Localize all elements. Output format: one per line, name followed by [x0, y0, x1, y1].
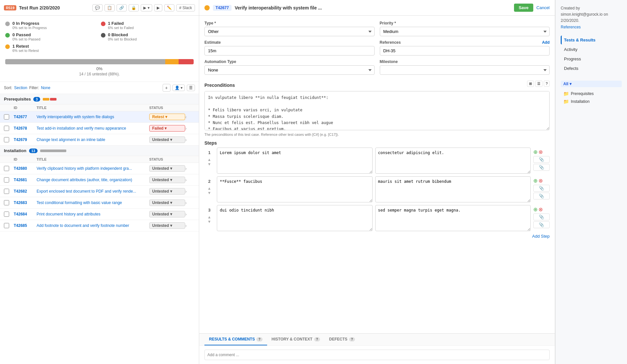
sort-value[interactable]: Section — [14, 86, 27, 90]
step-down-icon[interactable]: ▼ — [207, 220, 211, 224]
milestone-select[interactable] — [380, 65, 550, 75]
delete-step-icon[interactable]: ⊗ — [539, 178, 543, 184]
attach-icon-2[interactable]: 📎 — [533, 193, 550, 199]
nav-defects[interactable]: Defects — [561, 64, 622, 73]
test-row[interactable]: T42679 Change text alignment in an inlin… — [0, 134, 199, 146]
edit-icon-btn[interactable]: ✏️ — [164, 4, 174, 11]
add-step-icon[interactable]: ⊕ — [533, 206, 538, 213]
chevron-right-icon[interactable]: › — [185, 200, 195, 205]
attach-icon[interactable]: 📎 — [533, 185, 550, 192]
type-select[interactable]: Other — [204, 27, 375, 36]
chevron-right-icon[interactable]: › — [185, 189, 195, 194]
chevron-right-icon[interactable]: › — [185, 126, 195, 131]
test-checkbox[interactable] — [4, 166, 9, 171]
references-link[interactable]: References — [561, 25, 581, 29]
delete-step-icon[interactable]: ⊗ — [539, 206, 543, 213]
test-row[interactable]: T42682 Export enclosed test document to … — [0, 186, 199, 197]
step-down-icon[interactable]: ▼ — [207, 191, 211, 195]
step-expected-input[interactable]: consectetur adipiscing elit. — [375, 148, 531, 174]
tab-history-context[interactable]: HISTORY & CONTEXT ? — [267, 334, 325, 345]
step-action-input[interactable]: **Fusce** faucibus — [217, 176, 373, 202]
test-row[interactable]: T42678 Test add-in installation and veri… — [0, 123, 199, 134]
nav-activity[interactable]: Activity — [561, 45, 622, 54]
tab-results-comments[interactable]: RESULTS & COMMENTS ? — [204, 334, 267, 345]
step-up-icon[interactable]: ▲ — [207, 186, 211, 190]
filter-value[interactable]: None — [41, 86, 50, 90]
add-test-button[interactable]: + — [163, 84, 170, 92]
chevron-right-icon[interactable]: › — [185, 223, 195, 228]
prec-list-btn[interactable]: ☰ — [535, 81, 542, 87]
status-badge[interactable]: Retest ▾ — [149, 114, 185, 120]
comment-icon-btn[interactable]: 💬 — [92, 4, 103, 11]
status-badge[interactable]: Untested ▾ — [149, 188, 185, 195]
attach-icon[interactable]: 📎 — [533, 156, 550, 163]
step-down-icon[interactable]: ▼ — [207, 162, 211, 166]
add-step-link[interactable]: Add Step — [204, 234, 550, 239]
add-reference-link[interactable]: Add — [542, 40, 550, 45]
nav-progress[interactable]: Progress — [561, 55, 622, 63]
test-row[interactable]: T42684 Print document history and attrib… — [0, 209, 199, 220]
priority-select[interactable]: Medium — [380, 27, 550, 36]
status-badge[interactable]: Untested ▾ — [149, 165, 185, 172]
chevron-right-icon[interactable]: › — [185, 177, 195, 182]
test-checkbox[interactable] — [4, 223, 9, 228]
estimate-input[interactable] — [204, 46, 375, 55]
chevron-left-icon[interactable]: ‹ — [185, 114, 195, 119]
test-checkbox[interactable] — [4, 200, 9, 205]
test-checkbox[interactable] — [4, 189, 9, 194]
copy-icon-btn[interactable]: 📋 — [104, 4, 115, 11]
status-badge[interactable]: Untested ▾ — [149, 136, 185, 143]
step-up-icon[interactable]: ▲ — [207, 158, 211, 162]
comment-input[interactable] — [204, 350, 550, 360]
references-input[interactable] — [380, 46, 550, 55]
all-filter[interactable]: All ▾ — [561, 81, 622, 87]
test-row[interactable]: T42680 Verify clipboard history with pla… — [0, 163, 199, 174]
attach-icon[interactable]: 📎 — [533, 214, 550, 220]
attach-icon-2[interactable]: 📎 — [533, 221, 550, 228]
attach-icon-2[interactable]: 📎 — [533, 164, 550, 171]
automation-select[interactable]: None — [204, 65, 375, 75]
step-expected-input[interactable]: mauris sit amet rutrum bibendum — [375, 176, 531, 202]
cancel-button[interactable]: Cancel — [537, 5, 550, 10]
step-action-input[interactable]: Lorem ipsum dolor sit amet — [217, 148, 373, 174]
test-row[interactable]: T42681 Change document attributes (autho… — [0, 174, 199, 186]
test-checkbox[interactable] — [4, 114, 9, 119]
chevron-right-icon[interactable]: › — [185, 212, 195, 217]
status-badge[interactable]: Failed ▾ — [149, 125, 185, 132]
test-checkbox[interactable] — [4, 137, 9, 142]
step-expected-input[interactable]: sed semper magna turpis eget magna. — [375, 205, 531, 231]
preconditions-textarea[interactable]: In vulputate libero **in nulla feugiat t… — [204, 91, 550, 130]
test-checkbox[interactable] — [4, 126, 9, 131]
folder-prerequisites[interactable]: 📁 Prerequisites — [561, 90, 622, 98]
test-row[interactable]: T42677 Verify interoperability with syst… — [0, 111, 199, 123]
chevron-right-icon[interactable]: › — [185, 166, 195, 171]
link-icon-btn[interactable]: 🔗 — [117, 4, 127, 11]
step-action-input[interactable]: dui odio tincidunt nibh — [217, 205, 373, 231]
status-badge[interactable]: Untested ▾ — [149, 199, 185, 206]
status-badge[interactable]: Untested ▾ — [149, 177, 185, 183]
step-up-icon[interactable]: ▲ — [207, 215, 211, 219]
status-badge[interactable]: Untested ▾ — [149, 211, 185, 217]
lock-icon-btn[interactable]: 🔒 — [129, 4, 139, 11]
test-row[interactable]: T42685 Add footnote to document and veri… — [0, 220, 199, 231]
slack-btn[interactable]: # Slack — [176, 4, 195, 11]
run-icon-btn[interactable]: ▶ ▾ — [141, 4, 152, 11]
test-title: Print document history and attributes — [37, 212, 149, 216]
nav-tests-results[interactable]: Tests & Results — [561, 36, 622, 44]
delete-step-icon[interactable]: ⊗ — [539, 149, 543, 155]
add-step-icon[interactable]: ⊕ — [533, 149, 538, 155]
chevron-right-icon[interactable]: › — [185, 137, 195, 142]
prec-help-btn[interactable]: ? — [544, 81, 550, 87]
folder-installation[interactable]: 📁 Installation — [561, 98, 622, 105]
status-badge[interactable]: Untested ▾ — [149, 222, 185, 229]
add-step-icon[interactable]: ⊕ — [533, 178, 538, 184]
test-checkbox[interactable] — [4, 177, 9, 182]
assign-button[interactable]: 👤 ▾ — [172, 85, 185, 91]
tab-defects[interactable]: DEFECTS ? — [325, 334, 360, 345]
prec-grid-btn[interactable]: ⊞ — [527, 81, 534, 87]
test-checkbox[interactable] — [4, 212, 9, 217]
save-button[interactable]: Save — [514, 4, 533, 12]
test-row[interactable]: T42683 Test conditional formatting with … — [0, 197, 199, 209]
play-icon-btn[interactable]: ▶ — [154, 4, 162, 11]
list-view-button[interactable]: ☰ — [187, 85, 195, 91]
